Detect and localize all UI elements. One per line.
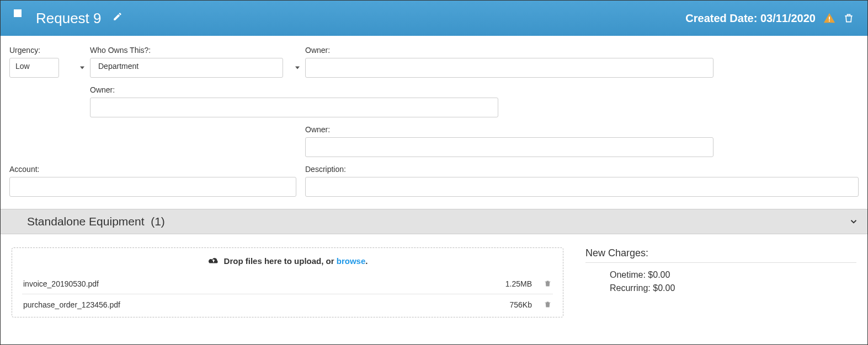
trash-icon	[544, 300, 552, 309]
warning-icon[interactable]	[823, 12, 835, 24]
charges-panel: New Charges: Onetime: $0.00 Recurring: $…	[585, 247, 856, 317]
cloud-upload-icon	[207, 256, 220, 266]
onetime-charge: Onetime: $0.00	[585, 268, 856, 282]
whoowns-label: Who Owns This?:	[90, 46, 305, 55]
file-delete-button[interactable]	[532, 300, 552, 309]
file-size: 756Kb	[482, 300, 532, 309]
caret-down-icon	[295, 67, 300, 69]
urgency-label: Urgency:	[9, 46, 90, 55]
account-label: Account:	[9, 165, 296, 174]
file-size: 1.25MB	[482, 279, 532, 288]
owner-input-3[interactable]	[305, 137, 713, 157]
section-title: Standalone Equipment (1)	[27, 215, 165, 228]
section-body: Drop files here to upload, or browse. in…	[1, 234, 867, 331]
caret-down-icon	[80, 67, 84, 69]
file-row: invoice_20190530.pdf1.25MB	[22, 273, 553, 294]
chevron-down-icon[interactable]	[849, 217, 859, 227]
description-input[interactable]	[305, 177, 859, 197]
owner-input-2[interactable]	[90, 98, 498, 117]
delete-icon[interactable]	[843, 12, 854, 24]
file-name: purchase_order_123456.pdf	[23, 300, 482, 309]
request-header: Request 9 Created Date: 03/11/2020	[1, 1, 867, 36]
standalone-equipment-header[interactable]: Standalone Equipment (1)	[1, 209, 867, 234]
dropzone-text: Drop files here to upload, or browse.	[22, 256, 553, 266]
owner-input-1[interactable]	[305, 58, 713, 78]
file-name: invoice_20190530.pdf	[23, 279, 482, 288]
owner-label-1: Owner:	[305, 46, 713, 55]
description-label: Description:	[305, 165, 859, 174]
svg-rect-1	[829, 20, 830, 21]
trash-icon	[544, 279, 552, 288]
form-area: Urgency: Low Who Owns This?: Department …	[1, 36, 867, 209]
owner-label-2: Owner:	[90, 85, 498, 94]
whoowns-select[interactable]: Department	[90, 58, 283, 78]
request-title: Request 9	[36, 10, 102, 27]
owner-label-3: Owner:	[305, 125, 713, 134]
created-date: Created Date: 03/11/2020	[685, 12, 816, 25]
edit-icon[interactable]	[113, 12, 123, 21]
urgency-select[interactable]: Low	[9, 58, 59, 78]
file-dropzone[interactable]: Drop files here to upload, or browse. in…	[12, 247, 563, 317]
browse-link[interactable]: browse	[337, 256, 366, 266]
file-row: purchase_order_123456.pdf756Kb	[22, 294, 553, 315]
charges-title: New Charges:	[585, 247, 856, 263]
file-delete-button[interactable]	[532, 279, 552, 288]
recurring-charge: Recurring: $0.00	[585, 282, 856, 295]
account-input[interactable]	[9, 177, 296, 197]
request-select-checkbox[interactable]	[14, 9, 22, 17]
svg-rect-0	[829, 17, 830, 20]
